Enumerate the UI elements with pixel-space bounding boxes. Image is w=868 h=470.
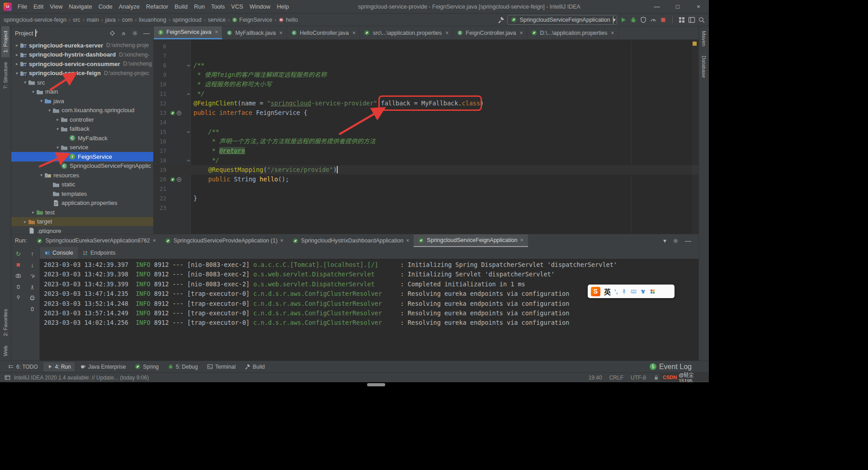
menu-help[interactable]: Help [274,0,292,13]
editor-tab[interactable]: D:\...\application.properties× [527,26,618,39]
code-line[interactable]: 23 [154,203,698,213]
editor-tab[interactable]: IFeignService.java× [154,26,222,39]
expanded-arrow-icon[interactable]: ▾ [47,108,52,113]
code-line[interactable]: 17 * @return [154,146,698,156]
stop-icon[interactable] [15,262,21,268]
breadcrumb-item[interactable]: com [122,17,133,23]
breadcrumb-item[interactable]: main [87,17,99,23]
implement-icon[interactable] [176,110,182,116]
close-icon[interactable]: × [215,29,218,35]
tree-item-springcloudservicefeignapplic[interactable]: CSpringcloudServiceFeignApplic [11,161,153,171]
code-editor[interactable]: 678/**9 * 使用feign的客户端注解绑定远程服务的名称10 * 远程服… [154,40,698,234]
lock-icon[interactable] [653,375,659,380]
menu-view[interactable]: View [47,0,66,13]
tree-item-springcloud-service-feign[interactable]: ▾springcloud-service-feignD:\xincheng-pr… [11,69,153,78]
caret-position[interactable]: 19:40 [589,375,602,381]
run-tab[interactable]: SpringcloudServiceProvideApplication (1)… [160,234,288,247]
close-icon[interactable]: × [153,237,156,244]
menu-analyze[interactable]: Analyze [116,0,143,13]
code-line[interactable]: 10 * 远程服务的名称可大小写 [154,80,698,89]
breadcrumb-item[interactable]: src [73,17,80,23]
run-tab[interactable]: SpringcloudServiceFeignApplication× [414,234,528,247]
search-icon[interactable] [698,16,705,24]
code-line[interactable]: 13public interface FeignService { [154,108,698,118]
bottom-tool-terminal[interactable]: Terminal [203,362,239,371]
profiler-icon[interactable] [650,16,657,24]
close-icon[interactable]: × [406,237,409,244]
tree-item-springcloud-eureka-server[interactable]: ▸springcloud-eureka-serverD:\xincheng-pr… [11,41,153,50]
tree-item-feignservice[interactable]: IFeignService [11,152,153,161]
console-output[interactable]: 2023-03-03 13:42:39.397 INFO 8912 --- [n… [40,259,698,361]
breadcrumb-item[interactable]: service [208,17,226,23]
spring-bean-icon[interactable] [170,110,175,116]
pin-icon[interactable] [15,294,21,300]
keyboard-icon[interactable] [631,289,637,294]
tool-button-project[interactable]: 1: Project [1,26,9,57]
code-line[interactable]: 21 [154,184,698,194]
collapsed-arrow-icon[interactable]: ▸ [14,43,20,47]
play-icon[interactable] [620,16,627,24]
editor-tab[interactable]: CFeignController.java× [453,26,527,39]
code-line[interactable]: 12@FeignClient(name = "springcloud-servi… [154,99,698,108]
hide-icon[interactable]: — [685,237,691,244]
fold-end-icon[interactable] [186,91,191,97]
status-message[interactable]: IntelliJ IDEA 2020.1.4 available: // Upd… [14,375,149,381]
close-icon[interactable]: × [611,30,614,36]
code-line[interactable]: 20 public String hello(); [154,175,698,184]
microphone-icon[interactable] [621,289,627,294]
tool-button-maven[interactable]: Maven [700,26,708,51]
editor-tab[interactable]: src\...\application.properties× [360,26,453,39]
breadcrumb-item[interactable]: lixuanhong [139,17,166,23]
print-icon[interactable] [29,295,35,301]
stop-icon[interactable] [660,16,667,24]
gc-icon[interactable] [15,284,21,290]
bottom-tool-run[interactable]: 4: Run [43,362,75,371]
close-icon[interactable]: × [352,30,355,36]
build-hammer-icon[interactable] [497,16,505,24]
tree-item-service[interactable]: ▾service [11,143,153,152]
tree-item-myfallback[interactable]: CMyFallback [11,133,153,143]
fold-start-icon[interactable] [186,63,191,68]
sogou-logo-icon[interactable]: S [591,287,600,296]
code-line[interactable]: 16 * 声明一个方法,这个方法就是远程的服务提供者提供的方法 [154,137,698,146]
breadcrumb-item[interactable]: springcloud-service-feign [4,17,66,23]
menu-window[interactable]: Window [246,0,274,13]
implement-icon[interactable] [176,177,182,182]
hide-icon[interactable]: — [143,30,150,36]
close-icon[interactable]: × [280,237,283,244]
collapsed-arrow-icon[interactable]: ▸ [55,117,61,122]
tree-item-java[interactable]: ▾java [11,96,153,106]
expanded-arrow-icon[interactable]: ▾ [22,80,28,85]
expanded-arrow-icon[interactable]: ▾ [55,127,61,131]
spring-bean-icon[interactable] [170,177,175,182]
chevron-down-icon[interactable]: ▾ [663,237,666,244]
console-tab-console[interactable]: Console [40,247,78,259]
code-line[interactable]: 22} [154,194,698,203]
editor-scrollbar[interactable] [692,40,698,234]
toolwindows-icon[interactable] [5,375,10,380]
collapsed-arrow-icon[interactable]: ▸ [30,210,36,214]
expanded-arrow-icon[interactable]: ▾ [14,71,20,76]
rerun-icon[interactable]: ↻ [16,251,21,257]
breadcrumb-item[interactable]: springcloud [173,17,202,23]
thread-dump-icon[interactable] [15,273,21,279]
menu-code[interactable]: Code [95,0,116,13]
tree-item-test[interactable]: ▸test [11,208,153,217]
close-icon[interactable]: × [519,30,523,36]
bottom-tool-build[interactable]: Build [241,362,269,371]
breadcrumb-item[interactable]: IFeignService [232,17,272,23]
tree-item-springcloud-service-consummer[interactable]: ▸springcloud-service-consummerD:\xinchen… [11,59,153,69]
collapse-all-icon[interactable] [121,30,127,36]
ime-language-mode[interactable]: 英 [604,287,611,296]
run-configuration-select[interactable]: SpringcloudServiceFeignApplication▾ [507,15,617,25]
tree-item-static[interactable]: static [11,180,153,190]
event-log-button[interactable]: 5Event Log [650,363,692,371]
run-tab[interactable]: SpringcloudEurekaServerApplication8762× [32,234,160,247]
maximize-button[interactable]: □ [667,0,688,13]
tree-item-com-lixuanhong-springcloud[interactable]: ▾com.lixuanhong.springcloud [11,106,153,115]
code-line[interactable]: 7 [154,51,698,61]
soft-wrap-icon[interactable] [29,273,35,279]
close-icon[interactable]: × [445,30,448,36]
code-line[interactable]: 15 /** [154,127,698,137]
collapsed-arrow-icon[interactable]: ▸ [14,52,20,57]
